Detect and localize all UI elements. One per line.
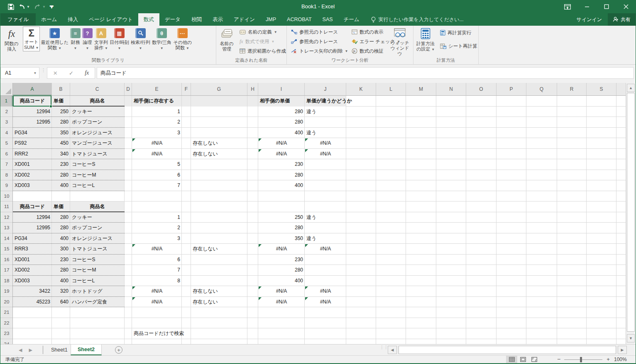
cell-E12[interactable]: 1: [132, 212, 182, 223]
name-manager-button[interactable]: 名前の 管理: [217, 27, 236, 56]
cell-E16[interactable]: 6: [132, 255, 182, 265]
cell-G19[interactable]: 存在しない: [191, 286, 247, 297]
row-header-18[interactable]: 18: [0, 276, 13, 286]
row-header-9[interactable]: 9: [0, 180, 13, 191]
close-button[interactable]: [616, 0, 636, 13]
cell-B16[interactable]: 230: [52, 255, 70, 265]
cell-I15[interactable]: #N/A: [258, 244, 305, 255]
cell-I16[interactable]: 230: [258, 255, 305, 265]
cell-J12[interactable]: 違う: [305, 212, 346, 223]
trace-precedents-button[interactable]: 参照元のトレース: [289, 27, 348, 36]
cell-C4[interactable]: オレンジジュース: [70, 128, 125, 138]
row-header-12[interactable]: 12: [0, 212, 13, 223]
row-header-17[interactable]: 17: [0, 265, 13, 276]
column-header-N[interactable]: N: [436, 83, 466, 95]
cell-I8[interactable]: 280: [258, 170, 305, 181]
select-all-corner[interactable]: [0, 83, 13, 96]
column-header-D[interactable]: D: [125, 83, 132, 95]
column-header-A[interactable]: A: [13, 83, 52, 96]
sheet-cells[interactable]: 商品コード単価商品名相手側に存在する相手側の単価単価が違うかどうか1299425…: [13, 96, 626, 344]
cell-I3[interactable]: 280: [258, 117, 305, 128]
cell-J15[interactable]: #N/A: [305, 244, 346, 255]
row-header-10[interactable]: 10: [0, 191, 13, 202]
cell-J4[interactable]: 違う: [305, 128, 346, 138]
cell-I18[interactable]: 400: [258, 276, 305, 286]
cell-I2[interactable]: 280: [258, 107, 305, 117]
cell-J6[interactable]: #N/A: [305, 149, 346, 160]
scroll-right-button[interactable]: ▶: [618, 346, 627, 354]
tab-scroll-splitter[interactable]: ⋮⋮: [380, 346, 384, 349]
cell-B3[interactable]: 280: [52, 117, 70, 128]
column-header-J[interactable]: J: [305, 83, 346, 95]
define-name-button[interactable]: 名前の定義▼: [238, 27, 287, 36]
cell-J14[interactable]: 違う: [305, 233, 346, 244]
cell-E1[interactable]: 相手側に存在する: [132, 96, 182, 107]
page-break-view-button[interactable]: [528, 356, 540, 363]
cell-C12[interactable]: クッキー: [70, 212, 125, 223]
autosum-button[interactable]: ΣオートSUM ▼: [23, 27, 40, 51]
row-header-1[interactable]: 1: [0, 96, 13, 107]
column-header-L[interactable]: L: [376, 83, 406, 95]
cell-C1[interactable]: 商品名: [70, 96, 125, 107]
column-header-Q[interactable]: Q: [526, 83, 557, 95]
column-header-M[interactable]: M: [406, 83, 436, 95]
cell-I13[interactable]: 280: [258, 223, 305, 233]
cell-J19[interactable]: #N/A: [305, 286, 346, 297]
cell-C13[interactable]: ポップコーン: [70, 223, 125, 233]
cell-B18[interactable]: 400: [52, 276, 70, 286]
column-header-B[interactable]: B: [52, 83, 70, 95]
cell-C14[interactable]: オレンジジュース: [70, 233, 125, 244]
cell-C8[interactable]: コーヒーM: [70, 170, 125, 181]
cell-B11[interactable]: 単価: [52, 201, 70, 212]
cell-E20[interactable]: #N/A: [132, 297, 182, 308]
row-header-3[interactable]: 3: [0, 117, 13, 128]
cell-E19[interactable]: #N/A: [132, 286, 182, 297]
enter-icon[interactable]: ✓: [69, 70, 73, 76]
cell-A12[interactable]: 12994: [13, 212, 52, 223]
maximize-button[interactable]: [597, 0, 616, 13]
watch-window-button[interactable]: ウォッチ ウィンドウ: [388, 27, 411, 56]
cell-E4[interactable]: 3: [132, 128, 182, 138]
tab-home[interactable]: ホーム: [36, 13, 62, 26]
page-layout-view-button[interactable]: [517, 356, 528, 363]
cell-E15[interactable]: #N/A: [132, 244, 182, 255]
tab-sas[interactable]: SAS: [317, 13, 338, 26]
cell-E5[interactable]: #N/A: [132, 138, 182, 149]
cell-E18[interactable]: 8: [132, 276, 182, 286]
new-sheet-button[interactable]: +: [115, 346, 122, 354]
column-header-R[interactable]: R: [557, 83, 587, 95]
calculate-now-button[interactable]: 再計算実行: [438, 28, 478, 37]
row-header-16[interactable]: 16: [0, 255, 13, 265]
cell-A14[interactable]: PG34: [13, 233, 52, 244]
row-header-19[interactable]: 19: [0, 286, 13, 297]
cell-C3[interactable]: ポップコーン: [70, 117, 125, 128]
cell-B20[interactable]: 640: [52, 297, 70, 308]
column-header-H[interactable]: H: [247, 83, 258, 95]
tab-add-ins[interactable]: アドイン: [228, 13, 260, 26]
calculation-options-button[interactable]: 計算方法 の設定 ▼: [414, 27, 437, 56]
column-header-F[interactable]: F: [182, 83, 191, 95]
row-header-20[interactable]: 20: [0, 297, 13, 308]
cell-G15[interactable]: 存在しない: [191, 244, 247, 255]
cell-J5[interactable]: #N/A: [305, 138, 346, 149]
cell-C16[interactable]: コーヒーS: [70, 255, 125, 265]
cell-C9[interactable]: コーヒーL: [70, 180, 125, 191]
column-header-G[interactable]: G: [191, 83, 247, 95]
column-header-partial[interactable]: [616, 83, 626, 95]
cell-A7[interactable]: XD001: [13, 159, 52, 170]
sheet-nav-right-icon[interactable]: ▶: [29, 347, 32, 353]
math-button[interactable]: θ数学/三角▼: [151, 27, 172, 51]
insert-function-fx-icon[interactable]: fx: [85, 70, 89, 76]
cell-A13[interactable]: 12995: [13, 223, 52, 233]
cell-E9[interactable]: 7: [132, 180, 182, 191]
row-header-21[interactable]: 21: [0, 307, 13, 318]
normal-view-button[interactable]: [506, 356, 517, 363]
cell-B8[interactable]: 280: [52, 170, 70, 181]
zoom-out-button[interactable]: −: [555, 356, 562, 363]
sheet-tab-sheet2[interactable]: Sheet2: [71, 345, 102, 355]
tab-acrobat[interactable]: ACROBAT: [281, 13, 317, 26]
tab-review[interactable]: 校閲: [186, 13, 207, 26]
trace-dependents-button[interactable]: 参照先のトレース: [289, 37, 348, 46]
cell-A8[interactable]: XD002: [13, 170, 52, 181]
scroll-up-button[interactable]: ▲: [627, 84, 635, 92]
